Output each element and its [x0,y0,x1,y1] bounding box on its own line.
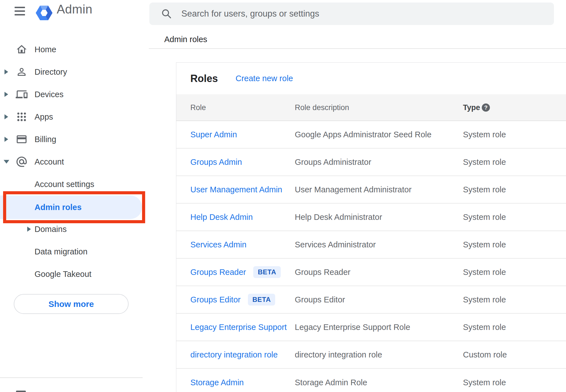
sidebar-item-label: Devices [35,90,63,99]
table-row: Groups Admin Groups Administrator System… [176,149,566,176]
role-type: System role [463,378,506,387]
sidebar-item-admin-roles-selected[interactable]: Admin roles [0,195,142,219]
admin-logo-icon[interactable] [35,4,53,21]
help-icon[interactable]: ? [482,103,490,111]
breadcrumb: Admin roles [164,35,207,44]
at-sign-icon [15,156,28,168]
role-description: Legacy Enterprise Support Role [295,323,410,332]
sidebar-divider [0,377,143,378]
table-header-row: Role Role description Type ? [176,94,566,121]
collapse-arrow-icon[interactable] [4,160,9,164]
role-link[interactable]: Storage Admin [190,378,244,387]
sidebar-item-label: Directory [35,67,67,77]
role-type: Custom role [463,350,507,359]
hamburger-bar [15,14,25,15]
expand-arrow-icon[interactable] [4,114,8,119]
sidebar-item-label: Apps [35,112,53,122]
table-row: Groups Editor BETA Groups Editor System … [176,286,566,314]
role-description: Groups Administrator [295,158,371,167]
sidebar-item-account-settings[interactable]: Account settings [0,173,149,195]
column-header-type: Type [463,103,480,112]
role-link[interactable]: Services Admin [190,240,247,249]
table-row: Legacy Enterprise Support Legacy Enterpr… [176,314,566,341]
role-link[interactable]: Help Desk Admin [190,213,253,222]
expand-arrow-icon[interactable] [4,92,8,97]
search-placeholder: Search for users, groups or settings [181,3,319,25]
search-icon [161,8,172,19]
partial-device-icon [16,391,26,392]
beta-badge: BETA [253,266,281,278]
roles-card-title: Roles [190,63,218,94]
apps-grid-icon [15,111,28,123]
expand-arrow-icon[interactable] [27,227,31,232]
role-type: System role [463,268,506,277]
role-link[interactable]: User Management Admin [190,185,282,194]
role-description: Google Apps Administrator Seed Role [295,130,432,139]
home-icon [15,43,28,56]
sidebar-item-label: Account [35,157,64,167]
sidebar-item-data-migration[interactable]: Data migration [0,240,149,263]
role-description: directory integration role [295,350,382,359]
role-description: Services Administrator [295,240,376,249]
role-type: System role [463,158,506,167]
sidebar-item-google-takeout[interactable]: Google Takeout [0,263,149,285]
role-type: System role [463,130,506,139]
show-more-button[interactable]: Show more [14,294,129,314]
table-row: directory integration role directory int… [176,341,566,369]
devices-icon [15,88,28,101]
role-link[interactable]: Groups Editor [190,295,241,304]
sidebar-item-label: Google Takeout [35,270,92,279]
sidebar-item-label: Account settings [35,180,94,189]
hamburger-bar [15,10,25,12]
role-link[interactable]: Super Admin [190,130,237,139]
create-new-role-link[interactable]: Create new role [236,63,293,94]
role-type: System role [463,240,506,249]
role-link[interactable]: directory integration role [190,350,278,359]
role-type: System role [463,323,506,332]
role-link[interactable]: Groups Admin [190,158,242,167]
google-admin-console: Admin Search for users, groups or settin… [0,0,566,392]
role-type: System role [463,295,506,304]
role-link[interactable]: Legacy Enterprise Support [190,323,287,332]
hamburger-bar [15,7,25,8]
person-icon [15,66,28,78]
column-header-role: Role [190,103,206,112]
expand-arrow-icon[interactable] [4,69,8,74]
table-row: Help Desk Admin Help Desk Administrator … [176,204,566,231]
table-row: Services Admin Services Administrator Sy… [176,231,566,259]
sidebar-item-apps[interactable]: Apps [0,106,149,128]
sidebar-item-billing[interactable]: Billing [0,128,149,151]
sidebar-item-label: Admin roles [35,203,82,212]
table-row: User Management Admin User Management Ad… [176,176,566,204]
sidebar-item-label: Domains [35,225,67,234]
role-description: Groups Reader [295,268,350,277]
expand-arrow-icon[interactable] [4,137,8,142]
column-header-description: Role description [295,103,349,112]
sidebar-item-label: Billing [35,135,56,144]
role-type: System role [463,213,506,222]
sidebar-item-label: Home [35,45,56,54]
role-type: System role [463,185,506,194]
roles-card: Roles Create new role Role Role descript… [176,62,566,392]
sidebar-item-home[interactable]: Home [0,38,149,61]
content-divider [149,48,566,49]
search-input[interactable]: Search for users, groups or settings [149,3,554,25]
sidebar-item-domains[interactable]: Domains [0,218,149,240]
role-link[interactable]: Groups Reader [190,268,246,277]
sidebar-item-label: Data migration [35,247,88,256]
hamburger-menu-button[interactable] [15,7,25,15]
credit-card-icon [15,133,28,145]
role-description: Groups Editor [295,295,345,304]
role-description: Storage Admin Role [295,378,367,387]
sidebar-item-account[interactable]: Account [0,151,149,173]
table-row: Groups Reader BETA Groups Reader System … [176,259,566,286]
role-description: Help Desk Administrator [295,213,382,222]
table-row: Super Admin Google Apps Administrator Se… [176,121,566,149]
sidebar-item-devices[interactable]: Devices [0,83,149,106]
table-row: Storage Admin Storage Admin Role System … [176,369,566,392]
app-title: Admin [57,2,92,16]
beta-badge: BETA [248,294,275,306]
role-description: User Management Administrator [295,185,412,194]
sidebar-item-directory[interactable]: Directory [0,61,149,83]
